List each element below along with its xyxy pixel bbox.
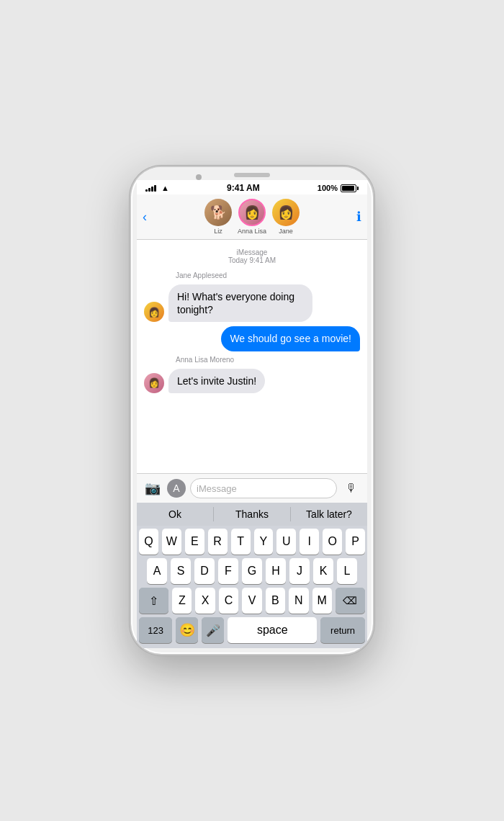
input-placeholder: iMessage [197,483,237,494]
key-a[interactable]: A [147,558,167,584]
predictive-bar: Ok Thanks Talk later? [137,503,367,526]
message-row-0: 👩 Hi! What's everyone doing tonight? [144,284,360,322]
key-t[interactable]: T [231,529,251,555]
sender-label-annalisa: Anna Lisa Moreno [176,356,360,364]
sender-label-jane: Jane Appleseed [176,272,360,279]
key-d[interactable]: D [194,558,215,584]
status-right: 100% [318,184,359,192]
info-button[interactable]: ℹ [341,209,361,225]
keyboard-row-3: ⇧ Z X C V B N M ⌫ [139,588,365,614]
phone-frame: ▲ 9:41 AM 100% ‹ 🐕 Liz [130,166,374,655]
nav-bar: ‹ 🐕 Liz 👩 Anna Lisa 👩 Jane ℹ [137,194,367,240]
appstore-button[interactable]: A [167,479,186,498]
num-key[interactable]: 123 [139,617,172,643]
predict-ok[interactable]: Ok [137,507,214,521]
chat-area: iMessageToday 9:41 AM Jane Appleseed 👩 H… [137,240,367,473]
avatar-annalisa: 👩 [238,199,266,226]
key-s[interactable]: S [171,558,191,584]
key-x[interactable]: X [195,588,215,614]
predict-thanks[interactable]: Thanks [214,507,291,521]
contact-liz[interactable]: 🐕 Liz [204,199,232,235]
bubble-0: Hi! What's everyone doing tonight? [168,284,312,322]
key-c[interactable]: C [219,588,238,614]
avatar-jane: 👩 [272,199,300,226]
status-left: ▲ [145,184,169,192]
key-v[interactable]: V [242,588,261,614]
space-key[interactable]: space [228,617,317,643]
input-bar: 📷 A iMessage 🎙 [137,473,367,503]
screen: ▲ 9:41 AM 100% ‹ 🐕 Liz [137,180,367,648]
bubble-2: Let's invite Justin! [168,369,265,393]
contact-liz-name: Liz [214,228,222,235]
keyboard-row-1: Q W E R T Y U I O P [139,529,365,555]
contact-annalisa-name: Anna Lisa [238,228,266,235]
key-i[interactable]: I [300,529,319,555]
key-m[interactable]: M [312,588,332,614]
speaker-grille [234,173,270,177]
key-j[interactable]: J [289,558,310,584]
return-key[interactable]: return [320,617,365,643]
battery-percentage: 100% [318,184,338,192]
status-time: 9:41 AM [227,183,260,193]
timestamp-label: iMessageToday 9:41 AM [144,248,360,264]
key-z[interactable]: Z [172,588,192,614]
key-e[interactable]: E [185,529,204,555]
contact-list: 🐕 Liz 👩 Anna Lisa 👩 Jane [204,199,300,235]
keyboard: Q W E R T Y U I O P A S D F G H J K L [137,526,367,648]
message-row-1: We should go see a movie! [144,326,360,351]
predict-talk-later[interactable]: Talk later? [291,507,367,521]
shift-key[interactable]: ⇧ [139,588,168,614]
status-bar: ▲ 9:41 AM 100% [137,180,367,194]
key-q[interactable]: Q [139,529,158,555]
emoji-key[interactable]: 😊 [176,617,198,643]
signal-icon [145,184,156,192]
wifi-icon: ▲ [161,184,169,192]
key-r[interactable]: R [208,529,228,555]
battery-icon [341,184,359,192]
contact-jane[interactable]: 👩 Jane [272,199,300,235]
key-g[interactable]: G [242,558,262,584]
contact-jane-name: Jane [279,228,293,235]
mic-button[interactable]: 🎙 [341,478,361,498]
key-o[interactable]: O [323,529,342,555]
keyboard-row-4: 123 😊 🎤 space return [139,617,365,643]
bubble-1: We should go see a movie! [221,326,360,351]
mic-key[interactable]: 🎤 [202,617,224,643]
key-y[interactable]: Y [254,529,274,555]
message-row-2: 👩 Let's invite Justin! [144,369,360,393]
message-input[interactable]: iMessage [190,478,337,498]
key-h[interactable]: H [266,558,286,584]
key-k[interactable]: K [313,558,333,584]
key-p[interactable]: P [346,529,365,555]
key-f[interactable]: F [218,558,238,584]
key-w[interactable]: W [162,529,181,555]
key-l[interactable]: L [337,558,357,584]
contact-annalisa[interactable]: 👩 Anna Lisa [238,199,266,235]
key-n[interactable]: N [289,588,308,614]
camera-dot [196,174,202,180]
key-b[interactable]: B [266,588,285,614]
camera-button[interactable]: 📷 [143,478,163,498]
avatar-liz: 🐕 [204,199,232,226]
backspace-key[interactable]: ⌫ [336,588,365,614]
key-u[interactable]: U [276,529,296,555]
phone-top [131,167,373,180]
message-avatar-annalisa: 👩 [144,373,164,393]
keyboard-row-2: A S D F G H J K L [139,558,365,584]
back-button[interactable]: ‹ [143,210,163,225]
message-avatar-jane: 👩 [144,302,164,322]
